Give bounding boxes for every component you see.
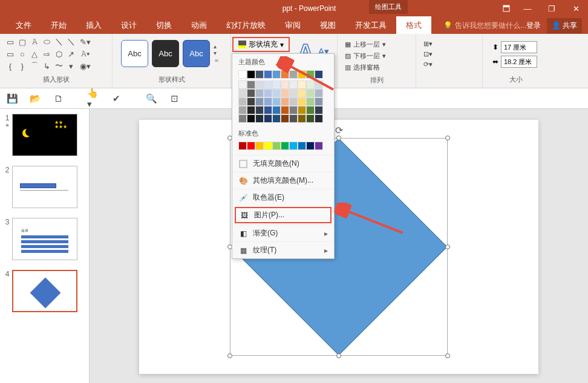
handle-b[interactable]: [336, 353, 341, 358]
color-swatch[interactable]: [255, 80, 264, 89]
shape-lbrace-icon[interactable]: {: [5, 61, 16, 71]
color-swatch[interactable]: [247, 89, 255, 97]
tell-me-search[interactable]: 💡 告诉我您想要做什么...: [443, 21, 526, 31]
tab-developer[interactable]: 开发工具: [345, 16, 396, 34]
more-colors-item[interactable]: 🎨 其他填充颜色(M)...: [232, 172, 334, 189]
color-swatch[interactable]: [247, 142, 255, 150]
shape-oval-icon[interactable]: ⬭: [41, 36, 52, 47]
color-swatch[interactable]: [306, 114, 315, 123]
width-input[interactable]: [501, 56, 537, 68]
color-swatch[interactable]: [289, 97, 298, 106]
tab-file[interactable]: 文件: [6, 16, 41, 34]
shape-rect3-icon[interactable]: ▭: [5, 48, 16, 59]
color-swatch[interactable]: [281, 106, 289, 114]
color-swatch[interactable]: [264, 106, 272, 114]
color-swatch[interactable]: [238, 114, 247, 123]
color-swatch[interactable]: [255, 70, 264, 79]
shape-rect-icon[interactable]: ▭: [5, 36, 16, 47]
align-button[interactable]: ⊞▾: [423, 39, 475, 49]
tab-view[interactable]: 视图: [310, 16, 345, 34]
color-swatch[interactable]: [272, 142, 281, 150]
color-swatch[interactable]: [306, 142, 315, 150]
style-preset-1[interactable]: Abc: [121, 40, 148, 67]
color-swatch[interactable]: [238, 70, 247, 79]
shape-hex-icon[interactable]: ⬡: [53, 48, 64, 59]
shape-circle-icon[interactable]: ○: [17, 48, 28, 59]
color-swatch[interactable]: [315, 106, 323, 114]
color-swatch[interactable]: [238, 97, 247, 106]
slide-thumb-2[interactable]: 2: [2, 166, 87, 208]
shape-connector-icon[interactable]: ↳: [41, 61, 52, 71]
tab-review[interactable]: 审阅: [275, 16, 310, 34]
shape-fill-button[interactable]: 形状填充 ▾: [232, 37, 290, 52]
color-swatch[interactable]: [238, 106, 247, 114]
edit-shape-icon[interactable]: ✎▾: [80, 36, 91, 47]
color-swatch[interactable]: [264, 142, 272, 150]
color-swatch[interactable]: [281, 97, 289, 106]
tab-slideshow[interactable]: 幻灯片放映: [217, 16, 275, 34]
group-button[interactable]: ⊡▾: [423, 49, 475, 59]
shape-line-icon[interactable]: ＼: [53, 36, 64, 47]
color-swatch[interactable]: [315, 114, 323, 123]
handle-r[interactable]: [445, 244, 450, 249]
tab-animations[interactable]: 动画: [181, 16, 217, 34]
picture-fill-item[interactable]: 🖼 图片(P)...: [235, 207, 332, 223]
slide-thumb-1[interactable]: 1 ★ ★★★★★: [2, 114, 87, 156]
shape-wave-icon[interactable]: 〜: [53, 61, 64, 71]
color-swatch[interactable]: [306, 106, 315, 114]
textbox-icon[interactable]: 𝙰▾: [80, 48, 91, 59]
shape-arrow2-icon[interactable]: ↗: [65, 48, 76, 59]
style-preset-3[interactable]: Abc: [183, 40, 210, 67]
texture-item[interactable]: ▦ 纹理(T) ▸: [232, 241, 334, 258]
no-fill-item[interactable]: 无填充颜色(N): [232, 155, 334, 172]
color-swatch[interactable]: [298, 106, 306, 114]
color-swatch[interactable]: [264, 97, 272, 106]
fit-icon[interactable]: ⊡: [168, 93, 180, 105]
gallery-up-icon[interactable]: ▴: [214, 43, 220, 50]
shape-line2-icon[interactable]: ＼: [65, 36, 76, 47]
color-swatch[interactable]: [247, 97, 255, 106]
shape-more-icon[interactable]: ▾: [65, 61, 76, 71]
color-swatch[interactable]: [289, 106, 298, 114]
shape-rbrace-icon[interactable]: }: [17, 61, 28, 71]
style-gallery[interactable]: Abc Abc Abc ▴▾＝: [117, 36, 226, 71]
close-button[interactable]: ✕: [564, 0, 588, 17]
gallery-down-icon[interactable]: ▾: [214, 50, 220, 56]
handle-bl[interactable]: [227, 353, 232, 358]
color-swatch[interactable]: [315, 97, 323, 106]
color-swatch[interactable]: [255, 114, 264, 123]
restore-button[interactable]: ❐: [540, 0, 564, 17]
bring-forward-button[interactable]: ▦上移一层 ▾: [345, 39, 408, 50]
color-swatch[interactable]: [272, 97, 281, 106]
handle-br[interactable]: [445, 353, 450, 358]
handle-t[interactable]: [336, 136, 341, 140]
minimize-button[interactable]: —: [515, 0, 540, 17]
color-swatch[interactable]: [238, 80, 247, 89]
color-swatch[interactable]: [255, 89, 264, 97]
shape-rect2-icon[interactable]: ▢: [17, 36, 28, 47]
selection-pane-button[interactable]: ▥选择窗格: [345, 62, 408, 73]
slide-thumb-4[interactable]: 4: [2, 270, 87, 312]
shape-tri-icon[interactable]: △: [29, 48, 40, 59]
rotate-button[interactable]: ⟳▾: [423, 59, 475, 70]
shape-arc-icon[interactable]: ⌒: [29, 61, 40, 71]
color-swatch[interactable]: [247, 70, 255, 79]
color-swatch[interactable]: [315, 142, 323, 150]
color-swatch[interactable]: [298, 142, 306, 150]
color-swatch[interactable]: [255, 106, 264, 114]
color-swatch[interactable]: [272, 106, 281, 114]
color-swatch[interactable]: [298, 114, 306, 123]
color-swatch[interactable]: [247, 114, 255, 123]
tab-design[interactable]: 设计: [111, 16, 146, 34]
color-swatch[interactable]: [247, 106, 255, 114]
color-swatch[interactable]: [272, 114, 281, 123]
color-swatch[interactable]: [238, 142, 247, 150]
ribbon-options-icon[interactable]: [497, 0, 515, 17]
color-swatch[interactable]: [306, 97, 315, 106]
eyedropper-item[interactable]: 💉 取色器(E): [232, 189, 334, 206]
zoom-icon[interactable]: 🔍: [145, 93, 157, 105]
send-backward-button[interactable]: ▨下移一层 ▾: [345, 50, 408, 62]
color-swatch[interactable]: [281, 142, 289, 150]
touch-icon[interactable]: 👆▾: [87, 93, 99, 105]
gradient-item[interactable]: ◧ 渐变(G) ▸: [232, 224, 334, 241]
